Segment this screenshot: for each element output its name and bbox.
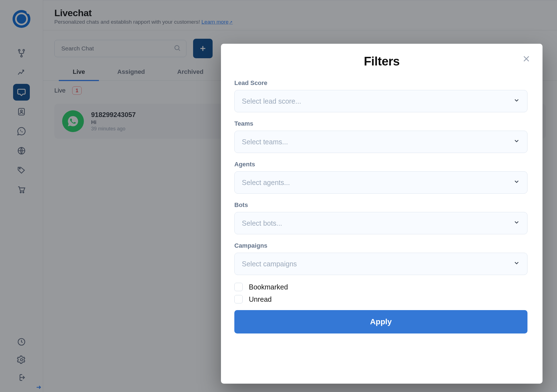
agents-select[interactable]: Select agents... (234, 171, 527, 194)
filter-label: Agents (234, 161, 527, 168)
unread-checkbox[interactable] (234, 295, 243, 303)
bots-select[interactable]: Select bots... (234, 212, 527, 234)
filters-modal: Filters Lead Score Select lead score... … (221, 44, 543, 384)
lead-score-select[interactable]: Select lead score... (234, 90, 527, 112)
checkbox-label: Unread (249, 295, 272, 303)
teams-select[interactable]: Select teams... (234, 131, 527, 153)
filter-label: Bots (234, 201, 527, 209)
filter-group-agents: Agents Select agents... (234, 161, 527, 194)
checkbox-row-unread: Unread (234, 295, 527, 303)
select-placeholder: Select bots... (242, 219, 282, 227)
select-placeholder: Select teams... (242, 138, 288, 146)
modal-body: Lead Score Select lead score... Teams Se… (234, 79, 529, 370)
filter-label: Campaigns (234, 242, 527, 249)
filter-label: Teams (234, 120, 527, 127)
filter-group-bots: Bots Select bots... (234, 201, 527, 234)
checkbox-row-bookmarked: Bookmarked (234, 283, 527, 291)
chevron-down-icon (513, 219, 520, 227)
filter-group-lead-score: Lead Score Select lead score... (234, 79, 527, 112)
checkbox-label: Bookmarked (249, 283, 288, 291)
chevron-down-icon (513, 97, 520, 105)
filter-label: Lead Score (234, 79, 527, 87)
campaigns-select[interactable]: Select campaigns (234, 253, 527, 275)
chevron-down-icon (513, 178, 520, 187)
select-placeholder: Select lead score... (242, 97, 301, 105)
bookmarked-checkbox[interactable] (234, 283, 243, 291)
close-button[interactable] (521, 53, 532, 64)
apply-button[interactable]: Apply (234, 310, 527, 333)
filter-group-campaigns: Campaigns Select campaigns (234, 242, 527, 275)
select-placeholder: Select agents... (242, 179, 290, 187)
select-placeholder: Select campaigns (242, 260, 297, 268)
modal-title: Filters (234, 54, 529, 68)
chevron-down-icon (513, 138, 520, 146)
filter-group-teams: Teams Select teams... (234, 120, 527, 153)
chevron-down-icon (513, 260, 520, 268)
